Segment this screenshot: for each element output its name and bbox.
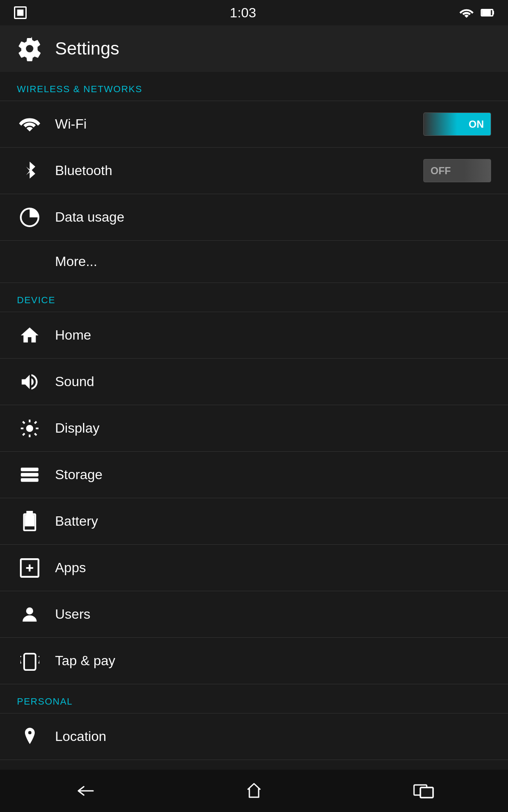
display-label: Display	[55, 420, 99, 436]
settings-item-wifi[interactable]: Wi-Fi ON	[0, 101, 508, 148]
settings-gear-icon	[17, 36, 42, 61]
svg-rect-20	[420, 787, 433, 798]
data-usage-label-block: Data usage	[55, 209, 491, 225]
svg-point-5	[26, 425, 33, 432]
data-usage-label: Data usage	[55, 209, 124, 225]
screenshot-icon	[13, 5, 28, 20]
settings-item-location[interactable]: Location	[0, 713, 508, 760]
section-header-device: DEVICE	[0, 283, 508, 312]
page-title: Settings	[55, 38, 119, 59]
tap-pay-label-block: Tap & pay	[55, 653, 491, 669]
settings-item-apps[interactable]: Apps	[0, 545, 508, 591]
bluetooth-label: Bluetooth	[55, 163, 112, 178]
bluetooth-toggle[interactable]: OFF	[423, 159, 491, 182]
battery-label-block: Battery	[55, 513, 491, 529]
status-bar-left	[13, 5, 28, 20]
storage-label-block: Storage	[55, 467, 491, 483]
home-icon	[17, 323, 42, 348]
bluetooth-label-block: Bluetooth	[55, 163, 423, 178]
storage-label: Storage	[55, 467, 102, 482]
users-label: Users	[55, 606, 91, 622]
svg-point-13	[26, 607, 33, 614]
battery-status-icon	[480, 5, 495, 20]
recent-apps-button[interactable]	[406, 774, 440, 808]
data-usage-icon	[17, 205, 42, 230]
wifi-icon	[17, 112, 42, 137]
svg-rect-3	[482, 10, 491, 15]
wifi-toggle[interactable]: ON	[423, 112, 491, 136]
display-label-block: Display	[55, 420, 491, 436]
settings-item-battery[interactable]: Battery	[0, 498, 508, 545]
home-button[interactable]	[237, 774, 271, 808]
users-icon	[17, 602, 42, 627]
wifi-label: Wi-Fi	[55, 116, 87, 132]
svg-rect-6	[21, 468, 39, 471]
nav-bar	[0, 770, 508, 812]
bluetooth-icon	[17, 158, 42, 184]
settings-item-home[interactable]: Home	[0, 312, 508, 359]
svg-rect-1	[17, 10, 24, 16]
location-label: Location	[55, 729, 106, 744]
settings-item-users[interactable]: Users	[0, 591, 508, 638]
status-bar-right	[458, 5, 495, 20]
wifi-label-block: Wi-Fi	[55, 116, 423, 132]
tap-pay-label: Tap & pay	[55, 653, 115, 668]
settings-content: WIRELESS & NETWORKS Wi-Fi ON Bluetooth	[0, 72, 508, 812]
status-bar: 1:03	[0, 0, 508, 25]
svg-rect-10	[27, 511, 32, 515]
location-icon	[17, 724, 42, 749]
back-button[interactable]	[68, 774, 102, 808]
settings-item-tap-pay[interactable]: Tap & pay	[0, 638, 508, 684]
apps-label-block: Apps	[55, 560, 491, 576]
bluetooth-toggle-label: OFF	[424, 165, 491, 177]
sound-icon	[17, 369, 42, 395]
settings-item-bluetooth[interactable]: Bluetooth OFF	[0, 148, 508, 194]
svg-rect-11	[25, 515, 34, 526]
battery-icon	[17, 509, 42, 534]
wifi-toggle-label: ON	[424, 118, 491, 130]
users-label-block: Users	[55, 606, 491, 622]
display-icon	[17, 416, 42, 441]
section-header-wireless: WIRELESS & NETWORKS	[0, 72, 508, 101]
tap-pay-icon	[17, 648, 42, 674]
home-label-block: Home	[55, 327, 491, 343]
settings-item-data-usage[interactable]: Data usage	[0, 194, 508, 241]
wifi-status-icon	[458, 6, 475, 19]
settings-item-sound[interactable]: Sound	[0, 359, 508, 405]
svg-rect-14	[24, 653, 36, 669]
location-label-block: Location	[55, 729, 491, 744]
wifi-toggle-switch[interactable]: ON	[423, 112, 491, 136]
storage-icon	[17, 462, 42, 488]
apps-label: Apps	[55, 560, 86, 575]
more-label: More...	[55, 254, 97, 269]
sound-label: Sound	[55, 374, 94, 389]
settings-item-more[interactable]: More...	[0, 241, 508, 283]
apps-icon	[17, 555, 42, 581]
settings-item-storage[interactable]: Storage	[0, 452, 508, 498]
bluetooth-toggle-switch[interactable]: OFF	[423, 159, 491, 182]
svg-rect-7	[21, 473, 39, 476]
settings-item-display[interactable]: Display	[0, 405, 508, 452]
sound-label-block: Sound	[55, 374, 491, 390]
home-label: Home	[55, 327, 91, 343]
section-header-personal: PERSONAL	[0, 684, 508, 713]
battery-label: Battery	[55, 513, 98, 529]
status-time: 1:03	[230, 5, 256, 21]
settings-header: Settings	[0, 25, 508, 72]
svg-rect-8	[21, 478, 39, 482]
